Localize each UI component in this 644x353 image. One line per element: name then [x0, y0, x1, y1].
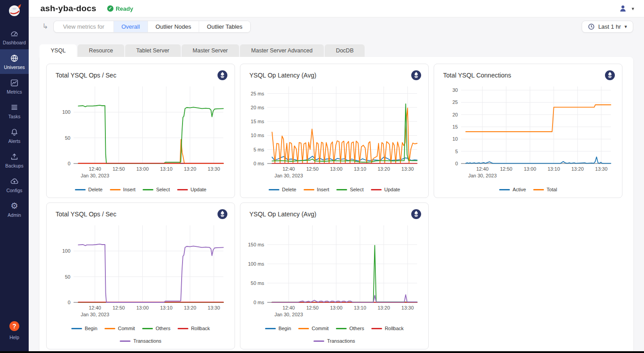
svg-text:12:40: 12:40	[283, 166, 295, 172]
sidebar-item-configs[interactable]: Configs	[0, 172, 29, 197]
sidebar-item-admin[interactable]: ⚙ Admin	[0, 197, 29, 222]
legend-item[interactable]: Select	[143, 187, 170, 192]
svg-text:Jan 30, 2023: Jan 30, 2023	[274, 173, 303, 178]
legend-item[interactable]: Select	[336, 187, 364, 192]
legend-item[interactable]: Insert	[110, 187, 136, 192]
chart-title: Total YSQL Ops / Sec	[56, 209, 116, 218]
svg-text:20 ms: 20 ms	[251, 105, 264, 110]
svg-text:13:00: 13:00	[136, 166, 149, 172]
svg-text:13:00: 13:00	[330, 305, 343, 310]
sidebar-item-label: Universes	[4, 65, 25, 70]
tab-ysql[interactable]: YSQL	[39, 44, 77, 57]
scope-tab-outlier-tables[interactable]: Outlier Tables	[199, 21, 250, 32]
scope-tab-outlier-nodes[interactable]: Outlier Nodes	[148, 21, 199, 32]
legend-item[interactable]: Rollback	[178, 326, 210, 331]
legend-item[interactable]: Delete	[75, 187, 103, 192]
chart-header: Total YSQL Connections	[440, 69, 616, 80]
legend-item[interactable]: Commit	[298, 326, 329, 331]
tab-master-server-advanced[interactable]: Master Server Advanced	[240, 44, 324, 57]
user-menu-button[interactable]: ▾	[618, 4, 634, 13]
sidebar-item-alerts[interactable]: Alerts	[0, 123, 29, 148]
legend-swatch	[143, 189, 153, 190]
prometheus-icon[interactable]	[411, 209, 421, 219]
prometheus-icon[interactable]	[218, 70, 227, 80]
legend-item[interactable]: Begin	[71, 326, 97, 331]
configs-icon	[10, 177, 19, 186]
svg-text:30: 30	[453, 87, 458, 93]
sidebar-item-metrics[interactable]: Metrics	[0, 74, 29, 99]
svg-text:13:00: 13:00	[330, 166, 343, 172]
legend-swatch	[371, 328, 382, 329]
sidebar-item-label: Tasks	[9, 114, 21, 119]
sidebar-item-label: Configs	[6, 188, 22, 193]
tab-master-server[interactable]: Master Server	[182, 44, 239, 57]
chart-card-total-ysql-connections: Total YSQL Connections 12:4012:5013:0013…	[434, 64, 622, 198]
tab-docdb[interactable]: DocDB	[325, 44, 365, 57]
legend-swatch	[533, 189, 544, 190]
sidebar-item-tasks[interactable]: Tasks	[0, 99, 29, 123]
svg-text:0 ms: 0 ms	[253, 161, 264, 166]
svg-text:Jan 30, 2023: Jan 30, 2023	[468, 173, 497, 178]
legend-swatch	[142, 328, 153, 329]
sidebar-item-help[interactable]: ? Help	[0, 317, 29, 344]
sidebar-item-label: Dashboard	[3, 40, 26, 45]
tab-resource[interactable]: Resource	[78, 44, 124, 57]
prometheus-icon[interactable]	[605, 70, 615, 80]
legend-item[interactable]: Update	[177, 187, 206, 192]
svg-text:13:10: 13:10	[160, 166, 173, 172]
chevron-down-icon: ▾	[624, 24, 627, 30]
legend-item[interactable]: Rollback	[371, 326, 404, 331]
admin-icon: ⚙	[10, 202, 18, 211]
svg-text:12:50: 12:50	[500, 166, 513, 172]
scope-tab-overall[interactable]: Overall	[113, 21, 148, 32]
universes-icon	[10, 54, 19, 63]
svg-text:Jan 30, 2023: Jan 30, 2023	[81, 312, 109, 317]
tab-tablet-server[interactable]: Tablet Server	[125, 44, 181, 57]
sidebar-item-universes[interactable]: Universes	[0, 49, 29, 74]
legend-item[interactable]: Commit	[104, 326, 135, 331]
time-range-dropdown[interactable]: Last 1 hr ▾	[582, 21, 633, 33]
page-title: ash-yba-docs	[40, 4, 96, 13]
svg-text:50 ms: 50 ms	[251, 280, 264, 286]
legend-swatch	[336, 189, 347, 190]
chart-plot-area[interactable]: 12:4012:5013:0013:1013:2013:300 ms5 ms10…	[247, 81, 422, 186]
sidebar-item-label: Metrics	[7, 89, 22, 95]
svg-text:0: 0	[68, 300, 70, 305]
view-metrics-label: View metrics for	[54, 21, 113, 32]
svg-text:12:50: 12:50	[306, 305, 319, 310]
backups-icon	[10, 152, 19, 161]
sidebar-item-backups[interactable]: Backups	[0, 148, 29, 172]
legend-item[interactable]: Insert	[304, 187, 330, 192]
legend-item[interactable]: Others	[336, 326, 364, 331]
check-icon: ✓	[107, 5, 113, 12]
chart-row-2: Total YSQL Ops / Sec 12:4012:5013:0013:1…	[46, 202, 627, 349]
status-text: Ready	[116, 5, 133, 12]
metrics-icon	[10, 78, 19, 87]
clock-icon	[588, 23, 595, 30]
legend-item[interactable]: Others	[142, 326, 170, 331]
chart-legend: Delete Insert Select Update	[53, 186, 228, 196]
prometheus-icon[interactable]	[218, 209, 227, 219]
chart-title: YSQL Op Latency (Avg)	[249, 70, 316, 79]
chart-plot-area[interactable]: 12:4012:5013:0013:1013:2013:30050100Jan …	[53, 220, 228, 325]
svg-text:150 ms: 150 ms	[248, 242, 265, 247]
legend-swatch	[104, 328, 115, 329]
legend-item[interactable]: Transactions	[120, 338, 161, 344]
legend-swatch	[371, 189, 382, 190]
legend-item[interactable]: Active	[499, 187, 526, 192]
prometheus-icon[interactable]	[411, 70, 421, 80]
chart-card-total-ysql-ops: Total YSQL Ops / Sec 12:4012:5013:0013:1…	[46, 64, 235, 198]
legend-item[interactable]: Begin	[265, 326, 291, 331]
sidebar-item-dashboard[interactable]: Dashboard	[0, 25, 29, 49]
chart-plot-area[interactable]: 12:4012:5013:0013:1013:2013:30050100Jan …	[53, 81, 228, 186]
chart-card-total-ysql-ops-transactions: Total YSQL Ops / Sec 12:4012:5013:0013:1…	[46, 202, 235, 349]
legend-swatch	[75, 189, 86, 190]
legend-item[interactable]: Total	[533, 187, 557, 192]
legend-item[interactable]: Delete	[269, 187, 296, 192]
yugabyte-logo[interactable]	[5, 2, 24, 19]
legend-item[interactable]: Update	[371, 187, 400, 192]
svg-text:15 ms: 15 ms	[251, 119, 264, 124]
chart-plot-area[interactable]: 12:4012:5013:0013:1013:2013:300 ms50 ms1…	[247, 220, 422, 325]
chart-plot-area[interactable]: 12:4012:5013:0013:1013:2013:300510152025…	[440, 81, 616, 186]
legend-item[interactable]: Transactions	[313, 338, 355, 344]
